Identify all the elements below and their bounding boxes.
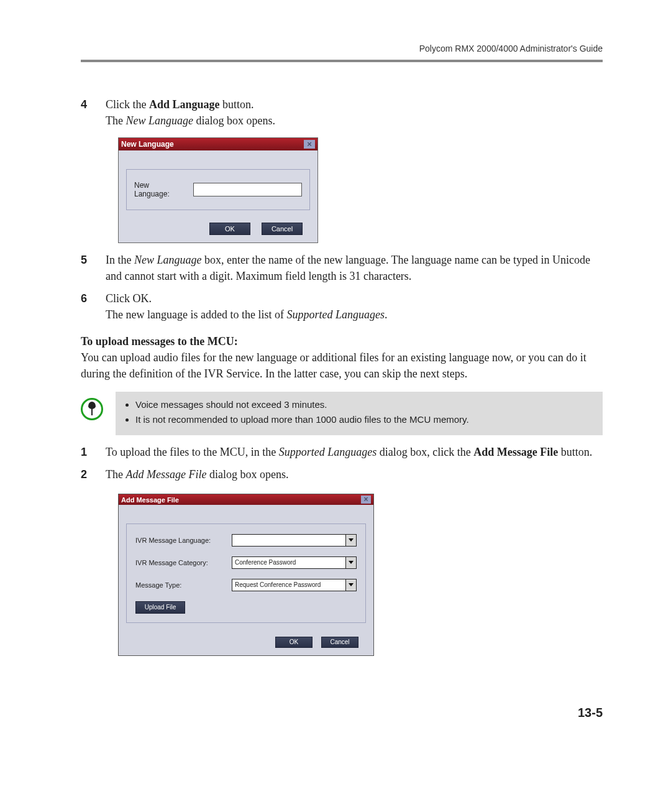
- new-language-dialog: New Language × New Language: OK Cancel: [118, 137, 318, 243]
- step-number: 5: [81, 252, 106, 284]
- ivr-language-label: IVR Message Language:: [135, 537, 232, 544]
- step-number: 6: [81, 290, 106, 323]
- dialog-titlebar: Add Message File ×: [119, 494, 373, 505]
- chevron-down-icon: [345, 557, 356, 568]
- cancel-button[interactable]: Cancel: [321, 637, 358, 648]
- step-number: 1: [81, 444, 106, 460]
- note-box: Voice messages should not exceed 3 minut…: [116, 392, 603, 435]
- ok-button[interactable]: OK: [275, 637, 313, 648]
- page-header: Polycom RMX 2000/4000 Administrator's Gu…: [81, 44, 603, 62]
- note-bullet: Voice messages should not exceed 3 minut…: [135, 398, 594, 412]
- step-5: 5 In the New Language box, enter the nam…: [81, 252, 603, 284]
- page-number: 13-5: [81, 706, 603, 720]
- close-icon[interactable]: ×: [361, 496, 371, 504]
- ok-button[interactable]: OK: [209, 223, 250, 235]
- pushpin-icon: [81, 398, 103, 420]
- step-body: Click OK. The new language is added to t…: [106, 290, 603, 323]
- upload-paragraph: You can upload audio files for the new l…: [81, 349, 603, 382]
- ivr-category-label: IVR Message Category:: [135, 559, 232, 566]
- step-4: 4 Click the Add Language button. The New…: [81, 96, 603, 129]
- step-body: To upload the files to the MCU, in the S…: [106, 444, 603, 460]
- step-body: In the New Language box, enter the name …: [106, 252, 603, 284]
- new-language-label: New Language:: [134, 181, 185, 198]
- upload-step-2: 2 The Add Message File dialog box opens.: [81, 466, 603, 482]
- add-message-file-dialog: Add Message File × IVR Message Language:…: [118, 494, 374, 656]
- chevron-down-icon: [345, 535, 356, 546]
- note-bullet: It is not recommended to upload more tha…: [135, 413, 594, 427]
- upload-step-1: 1 To upload the files to the MCU, in the…: [81, 444, 603, 460]
- dialog-title: Add Message File: [121, 496, 179, 504]
- dialog-titlebar: New Language ×: [119, 138, 317, 150]
- new-language-input[interactable]: [193, 183, 302, 196]
- step-body: The Add Message File dialog box opens.: [106, 466, 603, 482]
- message-type-select[interactable]: Request Conference Password: [232, 579, 357, 591]
- dialog-title: New Language: [121, 140, 174, 149]
- upload-file-button[interactable]: Upload File: [135, 601, 185, 614]
- step-number: 4: [81, 96, 106, 129]
- chevron-down-icon: [345, 579, 356, 591]
- message-type-label: Message Type:: [135, 581, 232, 589]
- close-icon[interactable]: ×: [304, 140, 315, 149]
- note-block: Voice messages should not exceed 3 minut…: [81, 392, 603, 435]
- ivr-language-select[interactable]: [232, 534, 357, 547]
- step-body: Click the Add Language button. The New L…: [106, 96, 603, 129]
- cancel-button[interactable]: Cancel: [262, 223, 303, 235]
- step-number: 2: [81, 466, 106, 482]
- step-6: 6 Click OK. The new language is added to…: [81, 290, 603, 323]
- upload-heading: To upload messages to the MCU:: [81, 335, 603, 348]
- ivr-category-select[interactable]: Conference Password: [232, 556, 357, 569]
